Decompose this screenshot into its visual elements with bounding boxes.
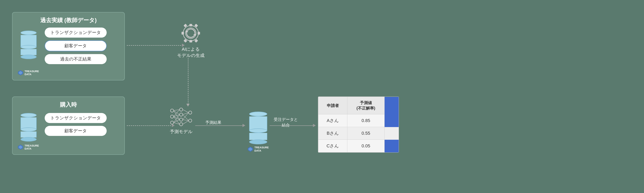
neural-container: 予測モデル <box>169 107 193 135</box>
bottom-box: 購入時 TREASURE DATA トランザクションデータ <box>12 96 125 155</box>
cell-value-b: 0.55 <box>347 127 384 140</box>
neural-icon <box>169 107 193 127</box>
gear-container: AIによる モデルの生成 <box>177 22 204 59</box>
bottom-box-pills: トランザクションデータ 顧客データ <box>45 113 107 136</box>
svg-line-32 <box>174 115 180 123</box>
bottom-box-title: 購入時 <box>60 101 77 109</box>
top-box-title: 過去実績 (教師データ) <box>40 16 96 24</box>
td-logo-top: TREASURE DATA <box>18 70 39 76</box>
td-diamond-icon-top <box>18 70 23 76</box>
pill-customer-top: 顧客データ <box>45 40 107 51</box>
td-logo-bottom: TREASURE DATA <box>18 144 39 150</box>
cell-name-a: Aさん <box>318 114 347 127</box>
gear-label: AIによる モデルの生成 <box>177 46 204 59</box>
arrowhead-gear-neural <box>186 104 190 107</box>
svg-rect-9 <box>182 32 184 34</box>
arrow-bottom-to-neural <box>127 125 173 126</box>
table-row: Bさん 0.55 <box>318 127 399 140</box>
svg-point-20 <box>180 113 183 116</box>
svg-point-22 <box>180 123 183 126</box>
arrow-neural-to-db <box>195 125 244 126</box>
svg-point-19 <box>180 108 183 111</box>
cell-name-b: Bさん <box>318 127 347 140</box>
col-header-applicant: 申請者 <box>318 97 347 114</box>
pill-transaction-top: トランザクションデータ <box>45 27 107 38</box>
cell-bar-a <box>384 114 399 127</box>
svg-line-33 <box>174 120 180 123</box>
svg-rect-6 <box>190 24 192 26</box>
top-box-pills: トランザクションデータ 顧客データ 過去の不正結果 <box>45 27 107 64</box>
col-header-predicted: 予測値(不正解率) <box>347 97 384 114</box>
svg-line-26 <box>174 111 180 115</box>
canvas: 過去実績 (教師データ) TREASURE DATA トラン <box>0 0 644 193</box>
svg-line-40 <box>183 121 188 124</box>
svg-point-24 <box>188 119 192 122</box>
td-diamond-icon-bottom <box>18 144 23 150</box>
svg-rect-8 <box>198 32 200 34</box>
pill-customer-bottom: 顧客データ <box>45 126 107 136</box>
pill-transaction-bottom: トランザクションデータ <box>45 113 107 123</box>
top-box: 過去実績 (教師データ) TREASURE DATA トラン <box>12 12 125 80</box>
cell-bar-b <box>384 127 399 140</box>
table-row: Cさん 0.05 <box>318 140 399 152</box>
svg-point-18 <box>170 121 174 124</box>
svg-point-23 <box>188 111 192 114</box>
cell-value-c: 0.05 <box>347 140 384 152</box>
db-icon-result: TREASURE DATA <box>248 112 269 152</box>
svg-point-21 <box>180 118 183 121</box>
arrow-top-to-gear <box>127 45 183 46</box>
db-icon-bottom <box>20 113 37 142</box>
arrow-gear-to-neural-v <box>188 58 188 105</box>
arrowhead-db-table <box>313 124 316 127</box>
cell-bar-c <box>384 140 399 152</box>
gear-icon <box>180 22 202 44</box>
neural-label: 予測モデル <box>170 129 192 135</box>
svg-line-31 <box>174 117 180 124</box>
svg-rect-7 <box>190 40 192 42</box>
cell-value-a: 0.85 <box>347 114 384 127</box>
svg-point-16 <box>170 109 174 112</box>
arrow-label-juchu: 受注データと結合 <box>274 117 298 128</box>
pill-fraud-history: 過去の不正結果 <box>45 54 107 64</box>
cell-name-c: Cさん <box>318 140 347 152</box>
table-row: Aさん 0.85 <box>318 114 399 127</box>
td-logo-result: TREASURE DATA <box>248 146 269 152</box>
svg-line-35 <box>183 110 188 113</box>
arrowhead-neural-db <box>242 124 245 127</box>
svg-point-17 <box>170 115 174 118</box>
result-table: 申請者 予測値(不正解率) Aさん 0.85 Bさん 0.55 Cさん <box>318 96 399 153</box>
svg-point-5 <box>186 28 196 38</box>
td-diamond-result <box>248 146 253 152</box>
arrow-label-yosoku: 予測結果 <box>205 120 222 125</box>
db-icon-top <box>20 30 37 59</box>
col-header-bar <box>384 97 399 114</box>
